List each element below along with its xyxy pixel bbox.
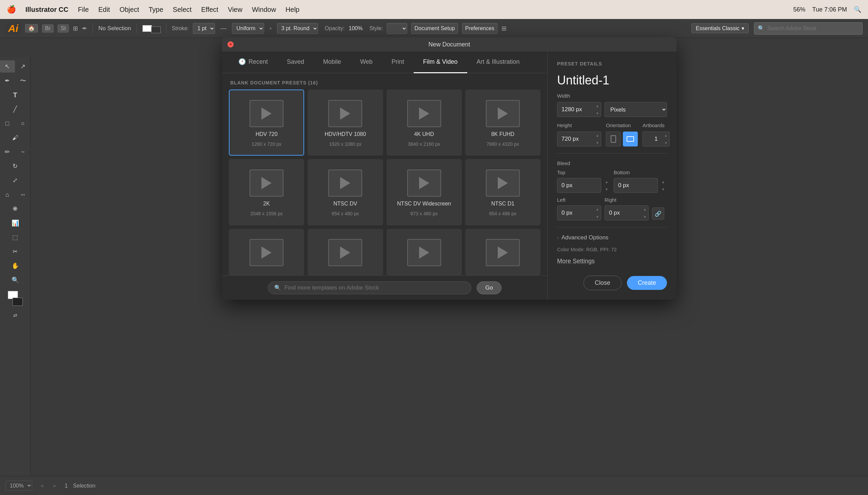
warp-tool[interactable]: ⌂	[0, 188, 15, 201]
tab-film-video[interactable]: Film & Video	[414, 52, 467, 73]
menu-edit[interactable]: Edit	[98, 6, 110, 14]
search-icon[interactable]: 🔍	[854, 6, 861, 13]
preset-hdvhdtv1080[interactable]: HDV/HDTV 1080 1920 x 1080 px	[308, 89, 383, 156]
ellipse-tool[interactable]: ○	[16, 117, 31, 130]
stock-template-search-input[interactable]	[285, 285, 465, 291]
pencil-tool[interactable]: ✏	[0, 146, 15, 158]
no-selection-label: No Selection	[98, 25, 131, 32]
artboards-down-arrow[interactable]: ▼	[662, 139, 670, 147]
pen-icon[interactable]: ✒	[82, 25, 87, 32]
preset-ntsc-dv[interactable]: NTSC DV 654 x 480 px	[308, 159, 383, 225]
arrange-icon[interactable]: ⊞	[501, 25, 507, 32]
menu-type[interactable]: Type	[149, 6, 163, 14]
width-unit-select[interactable]: Pixels Inches Centimeters Millimeters Po…	[605, 102, 667, 117]
bleed-right-down[interactable]: ▼	[641, 213, 649, 220]
doc-setup-button[interactable]: Document Setup	[411, 23, 458, 34]
apple-menu[interactable]: 🍎	[7, 5, 16, 14]
menu-window[interactable]: Window	[252, 6, 276, 14]
width-up-arrow[interactable]: ▲	[594, 102, 601, 109]
preset-11[interactable]	[387, 229, 462, 275]
stock-search-input[interactable]	[767, 25, 859, 32]
fill-swatch[interactable]	[142, 25, 152, 32]
home-icon[interactable]: 🏠	[25, 24, 38, 33]
curvature-tool[interactable]: 〜	[16, 74, 31, 87]
type-tool[interactable]: T	[8, 89, 23, 101]
preset-ntsc-d1[interactable]: NTSC D1 654 x 486 px	[465, 159, 541, 225]
advanced-options-label: Advanced Options	[561, 234, 609, 241]
menu-file[interactable]: File	[78, 6, 89, 14]
bleed-right-up[interactable]: ▲	[641, 205, 649, 213]
portrait-button[interactable]	[606, 132, 621, 147]
style-select[interactable]	[387, 23, 407, 34]
preset-8k-fuhd[interactable]: 8K FUHD 7680 x 4320 px	[465, 89, 541, 156]
preset-2k[interactable]: 2K 2048 x 1556 px	[229, 159, 304, 225]
width-tool[interactable]: ↔	[16, 188, 31, 201]
zoom-tool[interactable]: 🔍	[8, 274, 23, 286]
grid-icon[interactable]: ⊞	[73, 25, 78, 32]
slice-tool[interactable]: ✂	[8, 245, 23, 258]
landscape-button[interactable]	[623, 132, 638, 147]
artboards-up-arrow[interactable]: ▲	[662, 132, 670, 139]
stroke-style-select[interactable]: Uniform	[232, 23, 264, 34]
bleed-left-up[interactable]: ▲	[594, 205, 601, 213]
paintbrush-tool[interactable]: 🖌	[8, 132, 23, 144]
portrait-icon	[610, 135, 616, 143]
height-down-arrow[interactable]: ▼	[594, 139, 601, 147]
create-button[interactable]: Create	[627, 276, 667, 290]
preset-hdv720[interactable]: HDV 720 1280 x 720 px	[229, 89, 304, 156]
width-down-arrow[interactable]: ▼	[594, 109, 601, 117]
bleed-top-down[interactable]: ▼	[603, 186, 610, 193]
stroke-swatch[interactable]	[151, 27, 161, 33]
column-graph-tool[interactable]: 📊	[8, 217, 23, 229]
preset-10[interactable]	[308, 229, 383, 275]
more-settings-button[interactable]: More Settings	[557, 258, 667, 265]
swap-colors-icon[interactable]: ⇄	[8, 309, 23, 321]
tab-recent[interactable]: 🕐 Recent	[229, 52, 277, 73]
go-button[interactable]: Go	[477, 281, 501, 294]
menu-effect[interactable]: Effect	[201, 6, 218, 14]
preset-4k-uhd[interactable]: 4K UHD 3840 x 2160 px	[387, 89, 462, 156]
tab-mobile[interactable]: Mobile	[313, 52, 351, 73]
bleed-top-up[interactable]: ▲	[603, 178, 610, 186]
preferences-button[interactable]: Preferences	[462, 23, 497, 34]
bleed-bottom-down[interactable]: ▼	[660, 186, 667, 193]
tab-print[interactable]: Print	[382, 52, 414, 73]
direct-selection-tool[interactable]: ↗	[16, 61, 31, 72]
preset-ntsc-dv-wide[interactable]: NTSC DV Widescreen 873 x 480 px	[387, 159, 462, 225]
bleed-bottom-input[interactable]	[614, 178, 658, 193]
preset-12[interactable]	[465, 229, 541, 275]
stroke-round-select[interactable]: 3 pt. Round	[277, 23, 318, 34]
rectangle-tool[interactable]: □	[0, 117, 15, 130]
preset-9[interactable]	[229, 229, 304, 275]
advanced-options-toggle[interactable]: › Advanced Options	[557, 234, 667, 241]
close-button[interactable]: Close	[583, 276, 622, 290]
rotate-tool[interactable]: ↻	[8, 160, 23, 172]
smooth-tool[interactable]: ~	[16, 146, 31, 158]
bleed-left-down[interactable]: ▼	[594, 213, 601, 220]
bleed-top-input[interactable]	[557, 178, 601, 193]
scale-tool[interactable]: ⤢	[8, 174, 23, 186]
link-bleed-button[interactable]: 🔗	[652, 207, 664, 220]
tab-saved[interactable]: Saved	[277, 52, 313, 73]
pen-tool[interactable]: ✒	[0, 74, 15, 87]
menu-select[interactable]: Select	[173, 6, 192, 14]
menu-object[interactable]: Object	[119, 6, 139, 14]
tab-web[interactable]: Web	[351, 52, 382, 73]
height-up-arrow[interactable]: ▲	[594, 132, 601, 139]
essentials-dropdown[interactable]: Essentials Classic ▾	[691, 23, 749, 33]
bridge-icon[interactable]: Br	[42, 24, 54, 33]
line-tool[interactable]: ╱	[8, 103, 23, 115]
modal-close-button[interactable]: ×	[227, 41, 234, 48]
bleed-bottom-up[interactable]: ▲	[660, 178, 667, 186]
tab-art-illustration[interactable]: Art & Illustration	[467, 52, 529, 73]
menu-view[interactable]: View	[228, 6, 242, 14]
selection-tool[interactable]: ↖	[0, 61, 15, 72]
stroke-weight-select[interactable]: 1 pt 2 pt 3 pt	[193, 23, 215, 34]
stroke-color[interactable]	[13, 298, 23, 306]
artboard-tool[interactable]: ⬚	[8, 231, 23, 243]
symbol-sprayer-tool[interactable]: ❋	[8, 203, 23, 215]
stock-icon[interactable]: St	[58, 24, 69, 33]
hand-tool[interactable]: ✋	[8, 260, 23, 272]
menu-help[interactable]: Help	[286, 6, 300, 14]
zoom-select[interactable]: 100%	[5, 481, 32, 491]
